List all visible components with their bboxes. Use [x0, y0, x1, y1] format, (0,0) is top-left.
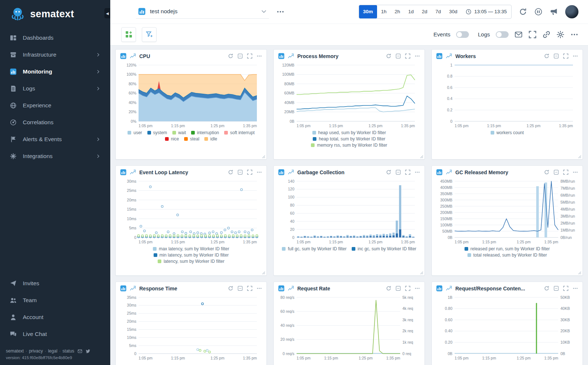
- legend-item[interactable]: workers count: [491, 130, 524, 135]
- sidebar-item-alerts-events[interactable]: Alerts & Events: [0, 131, 110, 148]
- panel-expand-icon[interactable]: [563, 169, 569, 175]
- panel-expand-icon[interactable]: [247, 286, 252, 291]
- legend-item[interactable]: user: [128, 130, 142, 135]
- legend-item[interactable]: released per run, sum by Worker ID filte…: [465, 246, 550, 251]
- panel-refresh-icon[interactable]: [228, 286, 233, 291]
- panel-collapse-icon[interactable]: [395, 53, 401, 59]
- footer-link-status[interactable]: status: [62, 348, 74, 354]
- time-range-2h[interactable]: 2h: [391, 5, 404, 18]
- sematext-logo-text[interactable]: sematext: [30, 8, 74, 20]
- legend-item[interactable]: total released, sum by Worker ID filter: [467, 253, 547, 258]
- time-range-1h[interactable]: 1h: [377, 5, 391, 18]
- panel-expand-icon[interactable]: [563, 286, 569, 291]
- panel-refresh-icon[interactable]: [386, 169, 391, 175]
- panel-menu-icon[interactable]: [573, 169, 578, 175]
- sidebar-item-live-chat[interactable]: Live Chat: [0, 326, 110, 343]
- dashboard-menu-icon[interactable]: [276, 8, 284, 16]
- time-range-1d[interactable]: 1d: [404, 5, 418, 18]
- dashboard-select[interactable]: test nodejs: [136, 4, 269, 19]
- panel-collapse-icon[interactable]: [553, 286, 559, 291]
- panel-resize-handle[interactable]: [420, 155, 423, 158]
- panel-refresh-icon[interactable]: [228, 169, 233, 175]
- panel-collapse-icon[interactable]: [395, 286, 401, 291]
- panel-collapse-icon[interactable]: [237, 53, 243, 59]
- metrics-explorer-icon[interactable]: [130, 285, 136, 291]
- metrics-explorer-icon[interactable]: [288, 285, 294, 291]
- metrics-explorer-icon[interactable]: [288, 169, 294, 175]
- panel-expand-icon[interactable]: [405, 286, 410, 291]
- sidebar-item-integrations[interactable]: Integrations: [0, 148, 110, 165]
- legend-item[interactable]: soft interrupt: [224, 130, 255, 135]
- time-range-30d[interactable]: 30d: [445, 5, 462, 18]
- panel-collapse-icon[interactable]: [237, 286, 243, 291]
- panel-refresh-icon[interactable]: [386, 286, 391, 291]
- panel-collapse-icon[interactable]: [553, 53, 559, 59]
- sidebar-item-invites[interactable]: Invites: [0, 275, 110, 292]
- panel-refresh-icon[interactable]: [544, 53, 549, 59]
- add-widget-button[interactable]: [121, 27, 136, 42]
- pause-refresh-button[interactable]: [534, 8, 542, 16]
- time-display[interactable]: 13:05 — 13:35: [461, 5, 511, 18]
- sidebar-item-logs[interactable]: Logs: [0, 80, 110, 97]
- panel-menu-icon[interactable]: [573, 286, 578, 291]
- footer-twitter-icon[interactable]: [86, 349, 90, 354]
- legend-item[interactable]: idle: [204, 136, 217, 142]
- legend-item[interactable]: memory rss, sum by Worker ID filter: [311, 143, 387, 148]
- panel-menu-icon[interactable]: [415, 286, 420, 291]
- time-range-30m[interactable]: 30m: [359, 5, 377, 18]
- dashboard-settings-button[interactable]: [556, 31, 564, 39]
- footer-link-sematext[interactable]: sematext: [6, 348, 24, 354]
- announcements-button[interactable]: [550, 8, 558, 16]
- panel-collapse-icon[interactable]: [237, 169, 243, 175]
- panel-refresh-icon[interactable]: [544, 169, 549, 175]
- legend-item[interactable]: full gc, sum by Worker ID filter: [282, 246, 347, 251]
- panel-menu-icon[interactable]: [257, 53, 262, 59]
- legend-item[interactable]: steal: [184, 136, 199, 142]
- toolbar-menu-icon[interactable]: [570, 31, 578, 39]
- metrics-explorer-icon[interactable]: [446, 285, 452, 291]
- legend-item[interactable]: max latency, sum by Worker ID filter: [153, 246, 229, 251]
- metrics-explorer-icon[interactable]: [130, 169, 136, 175]
- sidebar-item-infrastructure[interactable]: Infrastructure: [0, 46, 110, 63]
- time-range-7d[interactable]: 7d: [431, 5, 445, 18]
- legend-item[interactable]: wait: [172, 130, 186, 135]
- panel-menu-icon[interactable]: [257, 286, 262, 291]
- panel-menu-icon[interactable]: [573, 53, 578, 59]
- panel-menu-icon[interactable]: [415, 169, 420, 175]
- panel-expand-icon[interactable]: [405, 53, 410, 59]
- sidebar-item-experience[interactable]: Experience: [0, 97, 110, 114]
- time-range-2d[interactable]: 2d: [418, 5, 431, 18]
- panel-refresh-icon[interactable]: [228, 53, 233, 59]
- panel-resize-handle[interactable]: [262, 155, 265, 158]
- events-toggle[interactable]: [456, 31, 469, 38]
- user-avatar[interactable]: [565, 5, 578, 18]
- metrics-explorer-icon[interactable]: [446, 169, 452, 175]
- panel-resize-handle[interactable]: [262, 271, 265, 275]
- panel-refresh-icon[interactable]: [386, 53, 391, 59]
- legend-item[interactable]: system: [147, 130, 167, 135]
- panel-resize-handle[interactable]: [578, 271, 581, 275]
- metrics-explorer-icon[interactable]: [288, 53, 294, 59]
- panel-expand-icon[interactable]: [247, 169, 252, 175]
- footer-link-legal[interactable]: legal: [48, 348, 57, 354]
- sidebar-collapse-button[interactable]: ◀: [104, 8, 110, 18]
- panel-expand-icon[interactable]: [247, 53, 252, 59]
- legend-item[interactable]: heap used, sum by Worker ID filter: [312, 130, 386, 135]
- footer-link-privacy[interactable]: privacy: [29, 348, 43, 354]
- logs-toggle[interactable]: [496, 31, 509, 38]
- legend-item[interactable]: latency, sum by Worker ID filter: [158, 259, 225, 264]
- fullscreen-button[interactable]: [528, 31, 537, 39]
- sidebar-item-dashboards[interactable]: Dashboards: [0, 29, 110, 46]
- panel-collapse-icon[interactable]: [395, 169, 401, 175]
- legend-item[interactable]: heap total, sum by Worker ID filter: [313, 136, 385, 142]
- panel-expand-icon[interactable]: [563, 53, 569, 59]
- panel-menu-icon[interactable]: [415, 53, 420, 59]
- panel-resize-handle[interactable]: [578, 155, 581, 158]
- panel-refresh-icon[interactable]: [544, 286, 549, 291]
- sidebar-item-account[interactable]: Account: [0, 309, 110, 326]
- legend-item[interactable]: interruption: [191, 130, 219, 135]
- email-report-button[interactable]: [514, 31, 523, 39]
- legend-item[interactable]: min latency, sum by Worker ID filter: [154, 253, 229, 258]
- refresh-button[interactable]: [519, 8, 527, 16]
- sidebar-item-correlations[interactable]: Correlations: [0, 114, 110, 131]
